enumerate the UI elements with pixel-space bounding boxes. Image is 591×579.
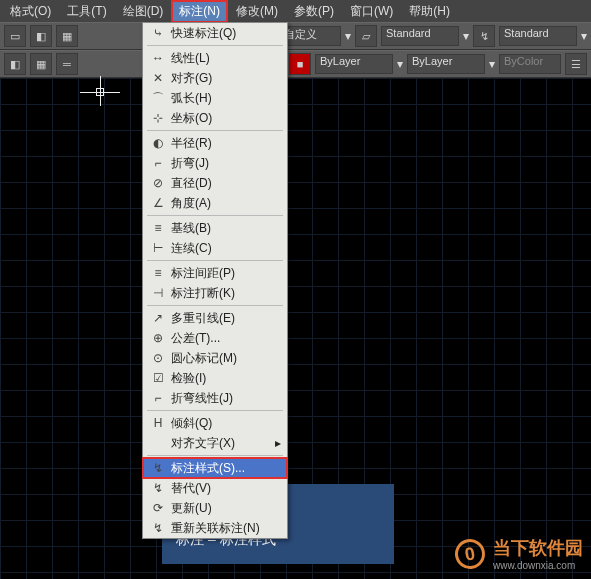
menu-separator — [147, 410, 283, 411]
toolbar-btn[interactable]: ◧ — [4, 53, 26, 75]
menu-item[interactable]: 帮助(H) — [401, 0, 458, 23]
menu-item-label: 快速标注(Q) — [171, 25, 236, 42]
menu-item-label: 多重引线(E) — [171, 310, 235, 327]
toolbar-btn[interactable]: ═ — [56, 53, 78, 75]
menu-item-label: 连续(C) — [171, 240, 212, 257]
menu-item-label: 对齐文字(X) — [171, 435, 235, 452]
menu-item-icon: ⌐ — [149, 391, 167, 405]
menu-item-icon: ✕ — [149, 71, 167, 85]
menu-item-label: 半径(R) — [171, 135, 212, 152]
dimension-menu-dropdown: ⤷快速标注(Q)↔线性(L)✕对齐(G)⌒弧长(H)⊹坐标(O)◐半径(R)⌐折… — [142, 22, 288, 539]
toolbar-btn[interactable]: ▭ — [4, 25, 26, 47]
menu-item-icon: ↯ — [149, 461, 167, 475]
menu-item[interactable]: 修改(M) — [228, 0, 286, 23]
toolbar-row-2: ◧ ▦ ═ ■ ByLayer ▾ ByLayer ▾ ByColor ☰ — [0, 50, 591, 78]
menu-item-icon: ☑ — [149, 371, 167, 385]
menu-dropdown-item[interactable]: ⊕公差(T)... — [143, 328, 287, 348]
menu-item-label: 直径(D) — [171, 175, 212, 192]
menu-item-label: 标注样式(S)... — [171, 460, 245, 477]
style-select-1[interactable]: Standard — [381, 26, 459, 46]
menu-item-label: 检验(I) — [171, 370, 206, 387]
menu-item-icon: ⊢ — [149, 241, 167, 255]
menu-item-icon: ↗ — [149, 311, 167, 325]
menu-dropdown-item[interactable]: ≡基线(B) — [143, 218, 287, 238]
menu-dropdown-item[interactable]: ⌐折弯线性(J) — [143, 388, 287, 408]
menu-item-icon: ⤷ — [149, 26, 167, 40]
menu-item[interactable]: 格式(O) — [2, 0, 59, 23]
menu-dropdown-item[interactable]: ⊢连续(C) — [143, 238, 287, 258]
menu-item-icon: ⊙ — [149, 351, 167, 365]
watermark-brand: 当下软件园 — [493, 538, 583, 558]
menu-dropdown-item[interactable]: ◐半径(R) — [143, 133, 287, 153]
menu-item[interactable]: 绘图(D) — [115, 0, 172, 23]
toolbar-row-1: ▭ ◧ ▦ A 自定义 ▾ ▱ Standard ▾ ↯ Standard ▾ — [0, 22, 591, 50]
menu-item[interactable]: 参数(P) — [286, 0, 342, 23]
menu-item-icon: ◐ — [149, 136, 167, 150]
menu-separator — [147, 130, 283, 131]
menu-item-label: 圆心标记(M) — [171, 350, 237, 367]
menu-dropdown-item[interactable]: ⊘直径(D) — [143, 173, 287, 193]
menu-item[interactable]: 工具(T) — [59, 0, 114, 23]
toolbar-btn[interactable]: ☰ — [565, 53, 587, 75]
menu-dropdown-item[interactable]: ⊣标注打断(K) — [143, 283, 287, 303]
menu-item-label: 更新(U) — [171, 500, 212, 517]
menu-dropdown-item[interactable]: ✕对齐(G) — [143, 68, 287, 88]
toolbar-btn[interactable]: ▦ — [30, 53, 52, 75]
toolbar-btn[interactable]: ↯ — [473, 25, 495, 47]
menu-item-icon: ↯ — [149, 481, 167, 495]
menu-item-label: 公差(T)... — [171, 330, 220, 347]
watermark-logo: 0 — [453, 536, 488, 571]
menu-dropdown-item[interactable]: ⟳更新(U) — [143, 498, 287, 518]
menu-item-icon: ∠ — [149, 196, 167, 210]
menu-dropdown-item[interactable]: ↯标注样式(S)... — [143, 458, 287, 478]
menu-separator — [147, 260, 283, 261]
menu-item-label: 标注间距(P) — [171, 265, 235, 282]
menu-dropdown-item[interactable]: ⊹坐标(O) — [143, 108, 287, 128]
bycolor-select[interactable]: ByColor — [499, 54, 561, 74]
menu-separator — [147, 455, 283, 456]
menu-dropdown-item[interactable]: ☑检验(I) — [143, 368, 287, 388]
menu-item-label: 角度(A) — [171, 195, 211, 212]
menu-item-label: 坐标(O) — [171, 110, 212, 127]
menu-dropdown-item[interactable]: ≡标注间距(P) — [143, 263, 287, 283]
menu-item-label: 线性(L) — [171, 50, 210, 67]
menu-item-icon: ⌐ — [149, 156, 167, 170]
menu-dropdown-item[interactable]: 对齐文字(X)▸ — [143, 433, 287, 453]
menu-dropdown-item[interactable]: ⤷快速标注(Q) — [143, 23, 287, 43]
custom-select[interactable]: 自定义 — [279, 26, 341, 46]
toolbar-btn[interactable]: ▦ — [56, 25, 78, 47]
menu-item-label: 倾斜(Q) — [171, 415, 212, 432]
menu-bar: 格式(O)工具(T)绘图(D)标注(N)修改(M)参数(P)窗口(W)帮助(H) — [0, 0, 591, 22]
menu-item-icon: ⊹ — [149, 111, 167, 125]
menu-item-label: 对齐(G) — [171, 70, 212, 87]
menu-item-icon: ≡ — [149, 266, 167, 280]
menu-dropdown-item[interactable]: ⊙圆心标记(M) — [143, 348, 287, 368]
bylayer-select-2[interactable]: ByLayer — [407, 54, 485, 74]
menu-item-icon: ↯ — [149, 521, 167, 535]
menu-item-icon: H — [149, 416, 167, 430]
watermark-url: www.downxia.com — [493, 560, 583, 571]
menu-item-label: 替代(V) — [171, 480, 211, 497]
color-swatch[interactable]: ■ — [289, 53, 311, 75]
menu-dropdown-item[interactable]: ↔线性(L) — [143, 48, 287, 68]
menu-item[interactable]: 标注(N) — [171, 0, 228, 23]
style-select-2[interactable]: Standard — [499, 26, 577, 46]
menu-item-icon: ⊣ — [149, 286, 167, 300]
menu-item-label: 折弯(J) — [171, 155, 209, 172]
menu-item-label: 折弯线性(J) — [171, 390, 233, 407]
menu-item-label: 基线(B) — [171, 220, 211, 237]
menu-item[interactable]: 窗口(W) — [342, 0, 401, 23]
toolbar-btn[interactable]: ▱ — [355, 25, 377, 47]
menu-item-icon: ⊘ — [149, 176, 167, 190]
toolbar-btn[interactable]: ◧ — [30, 25, 52, 47]
menu-dropdown-item[interactable]: ⌒弧长(H) — [143, 88, 287, 108]
menu-dropdown-item[interactable]: ⌐折弯(J) — [143, 153, 287, 173]
menu-separator — [147, 45, 283, 46]
menu-dropdown-item[interactable]: ↯替代(V) — [143, 478, 287, 498]
menu-dropdown-item[interactable]: ↗多重引线(E) — [143, 308, 287, 328]
menu-dropdown-item[interactable]: ∠角度(A) — [143, 193, 287, 213]
menu-item-icon: ⊕ — [149, 331, 167, 345]
bylayer-select-1[interactable]: ByLayer — [315, 54, 393, 74]
menu-dropdown-item[interactable]: ↯重新关联标注(N) — [143, 518, 287, 538]
menu-dropdown-item[interactable]: H倾斜(Q) — [143, 413, 287, 433]
